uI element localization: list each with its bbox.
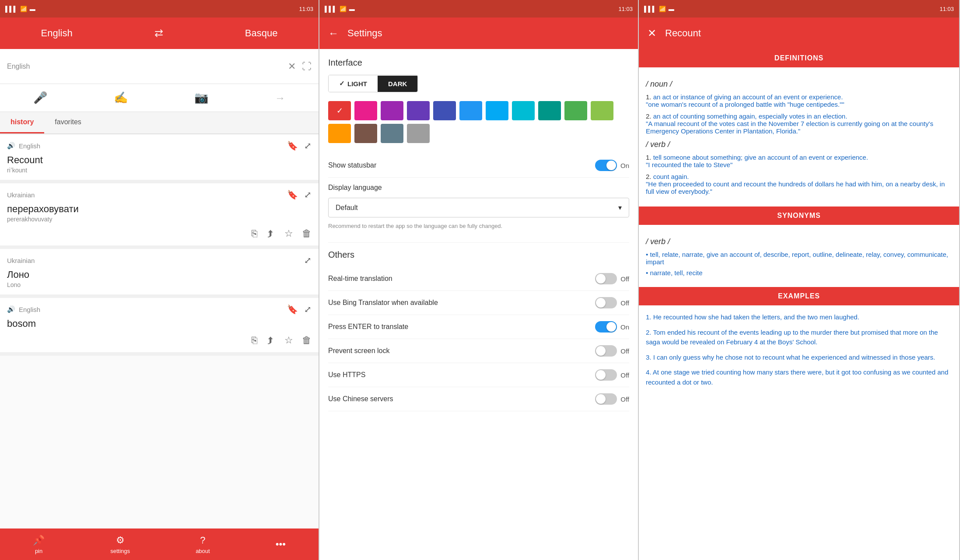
close-button[interactable]: ✕: [648, 27, 656, 39]
battery-icon-2: ▬: [349, 6, 355, 12]
realtime-toggle[interactable]: [595, 273, 617, 284]
realtime-label: Real-time translation: [328, 275, 392, 283]
color-swatch-8[interactable]: [538, 101, 561, 120]
chinese-servers-toggle[interactable]: [595, 393, 617, 405]
share-button-4[interactable]: ⮭: [266, 335, 276, 346]
theme-light-button[interactable]: ✓ LIGHT: [329, 75, 378, 92]
delete-button-2[interactable]: 🗑: [302, 228, 312, 239]
swap-language-button[interactable]: ⇄: [154, 27, 163, 39]
wifi-icon: 📶: [20, 6, 27, 12]
share-button-2[interactable]: ⮭: [266, 228, 276, 239]
color-swatch-3[interactable]: [407, 101, 430, 120]
nav-pin[interactable]: 📌 pin: [33, 535, 45, 554]
expand-icon-4[interactable]: ⤢: [304, 304, 312, 315]
display-language-label: Display language: [328, 184, 382, 192]
display-language-hint: Recommend to restart the app so the lang…: [328, 223, 502, 229]
color-swatch-2[interactable]: [381, 101, 403, 120]
verb-pos-label: / verb /: [646, 140, 952, 149]
https-toggle-label: Off: [620, 371, 629, 379]
bookmark-icon-4[interactable]: 🔖: [287, 304, 298, 315]
audio-icon-4[interactable]: 🔊: [7, 305, 15, 313]
dictionary-header: ✕ Recount: [639, 18, 959, 49]
verb-def-1: 1. tell someone about something; give an…: [646, 154, 952, 168]
history-lang-2: Ukrainian: [7, 191, 35, 199]
bing-toggle[interactable]: [595, 297, 617, 308]
screen-lock-toggle[interactable]: [595, 345, 617, 357]
bottom-nav: 📌 pin ⚙ settings ? about •••: [0, 528, 319, 560]
color-swatch-13[interactable]: [381, 124, 403, 143]
color-swatch-4[interactable]: [433, 101, 456, 120]
expand-icon-2[interactable]: ⤢: [304, 189, 312, 200]
realtime-toggle-container: Off: [595, 273, 629, 284]
handwrite-button[interactable]: ✍️: [114, 91, 128, 105]
mic-button[interactable]: 🎤: [33, 91, 47, 105]
color-swatch-12[interactable]: [354, 124, 377, 143]
screen-lock-row: Prevent screen lock Off: [328, 339, 629, 363]
statusbar-toggle[interactable]: [595, 160, 617, 171]
nav-about[interactable]: ? about: [196, 535, 210, 554]
input-lang-label: English: [7, 63, 30, 70]
theme-dark-button[interactable]: DARK: [378, 76, 417, 92]
color-swatch-11[interactable]: [328, 124, 351, 143]
check-icon: ✓: [339, 80, 345, 88]
history-item-header-4: 🔊 English 🔖 ⤢: [7, 304, 312, 315]
camera-button[interactable]: 📷: [194, 91, 208, 105]
star-button-4[interactable]: ☆: [284, 335, 293, 346]
color-swatch-0[interactable]: ✓: [328, 101, 351, 120]
action-bar: 🎤 ✍️ 📷 →: [0, 84, 319, 112]
expand-button[interactable]: ⛶: [302, 61, 312, 72]
history-item-header: 🔊 English 🔖 ⤢: [7, 140, 312, 151]
delete-button-4[interactable]: 🗑: [302, 335, 312, 346]
translate-arrow-button[interactable]: →: [275, 92, 285, 104]
noun-def-2-quote: "A manual recount of the votes cast in t…: [646, 120, 933, 135]
noun-def-1-quote: "one woman's recount of a prolonged batt…: [646, 101, 844, 108]
signal-icon-3: ▌▌▌: [644, 6, 656, 12]
https-toggle[interactable]: [595, 369, 617, 381]
noun-def-2-number: 2.: [646, 112, 652, 120]
star-button-2[interactable]: ☆: [284, 228, 293, 239]
color-swatch-5[interactable]: [459, 101, 482, 120]
color-swatch-10[interactable]: [591, 101, 613, 120]
signal-icon: ▌▌▌: [5, 6, 18, 12]
tab-favorites[interactable]: favorites: [44, 112, 91, 133]
color-swatch-14[interactable]: [407, 124, 430, 143]
about-icon: ?: [200, 535, 205, 546]
settings-icon: ⚙: [116, 535, 125, 546]
verb-def-2: 2. count again. "He then proceeded to co…: [646, 173, 952, 195]
enter-toggle[interactable]: [595, 321, 617, 332]
color-swatch-7[interactable]: [512, 101, 535, 120]
dictionary-word-title: Recount: [665, 28, 701, 39]
color-swatch-9[interactable]: [564, 101, 587, 120]
examples-body: 1. He recounted how she had taken the le…: [639, 305, 959, 399]
copy-button-2[interactable]: ⎘: [252, 228, 257, 239]
display-language-row: Display language Default ▾ Recommend to …: [328, 178, 629, 243]
bookmark-icon-1[interactable]: 🔖: [287, 140, 298, 151]
back-button[interactable]: ←: [328, 27, 339, 39]
chinese-servers-label: Use Chinese servers: [328, 395, 393, 403]
color-swatch-1[interactable]: [354, 101, 377, 120]
history-item-icons-2: 🔖 ⤢: [287, 189, 312, 200]
verb-def-2-text: count again.: [653, 173, 689, 180]
history-phonetic-1: riˈkount: [7, 167, 312, 174]
bing-toggle-label: Off: [620, 299, 629, 307]
tab-history[interactable]: history: [0, 112, 44, 133]
expand-icon-1[interactable]: ⤢: [304, 140, 312, 151]
status-time-3: 11:03: [939, 6, 954, 12]
source-lang-label[interactable]: English: [41, 28, 73, 39]
bullet-1: •: [646, 251, 650, 258]
display-language-select[interactable]: Default ▾: [328, 198, 629, 217]
example-1: 1. He recounted how she had taken the le…: [646, 312, 952, 322]
list-item: 🔊 English 🔖 ⤢ bosom ⎘ ⮭ ☆ 🗑: [0, 298, 319, 356]
target-lang-label[interactable]: Basque: [245, 28, 278, 39]
nav-more[interactable]: •••: [276, 539, 286, 550]
history-word-2: перераховувати: [7, 203, 312, 215]
expand-icon-3[interactable]: ⤢: [304, 255, 312, 266]
copy-button-4[interactable]: ⎘: [252, 335, 257, 346]
translator-panel: ▌▌▌ 📶 ▬ 11:03 English ⇄ Basque English ✕…: [0, 0, 319, 560]
bookmark-icon-2[interactable]: 🔖: [287, 189, 298, 200]
audio-icon-1[interactable]: 🔊: [7, 142, 15, 150]
nav-settings[interactable]: ⚙ settings: [110, 535, 130, 554]
color-swatch-6[interactable]: [486, 101, 508, 120]
enter-label: Press ENTER to translate: [328, 323, 408, 331]
clear-button[interactable]: ✕: [288, 61, 296, 72]
